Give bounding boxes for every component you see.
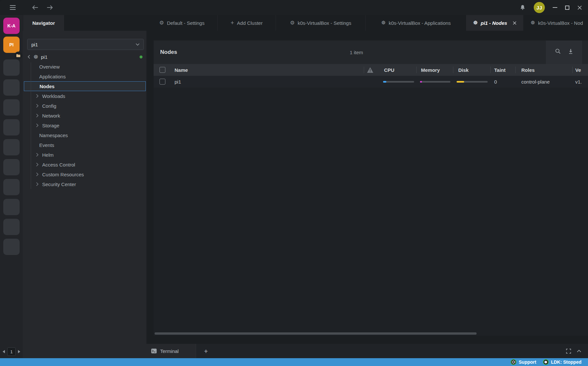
chevron-up-icon[interactable] [577, 349, 581, 353]
tab-k0s-virtualbox-nodes[interactable]: k0s-VirtualBox - Nod [523, 15, 588, 31]
disk-usage-bar [457, 81, 488, 83]
chevron-right-icon [36, 94, 39, 98]
tree-guide-line [31, 62, 31, 189]
cluster-badge-pi[interactable]: PI [3, 37, 20, 53]
sidebar-item-label: Access Control [42, 162, 75, 167]
tree-root-cluster[interactable]: ☸ pi1 [23, 52, 146, 62]
nodes-panel-header: Nodes 1 item [154, 40, 588, 64]
fullscreen-icon[interactable] [566, 348, 571, 354]
tab-navigator[interactable]: Navigator [23, 15, 64, 31]
sidebar-item-security-center[interactable]: Security Center [23, 179, 146, 189]
row-checkbox[interactable] [160, 79, 165, 85]
sidebar-item-access-control[interactable]: Access Control [23, 160, 146, 169]
horizontal-scrollbar[interactable] [155, 332, 477, 335]
navigator-tree: ☸ pi1 Overview Applications Nodes Worklo… [23, 52, 146, 189]
cluster-placeholder [3, 199, 20, 215]
sidebar-item-nodes[interactable]: Nodes [24, 81, 146, 91]
sidebar-item-config[interactable]: Config [23, 101, 146, 111]
column-header-warnings[interactable] [367, 64, 374, 76]
cluster-badge-k-a[interactable]: K-A [3, 18, 20, 34]
close-button[interactable] [577, 5, 582, 10]
sidebar-item-label: Events [39, 142, 54, 148]
tab-k0s-virtualbox-applications[interactable]: k0s-VirtualBox - Applications [365, 15, 466, 31]
chevron-right-icon [36, 123, 39, 127]
cluster-context-select[interactable]: pi1 [27, 39, 144, 50]
sidebar-item-label: Nodes [40, 84, 55, 89]
column-header-memory[interactable]: Memory [421, 64, 440, 76]
sidebar-item-network[interactable]: Network [23, 111, 146, 120]
sidebar-item-helm[interactable]: Helm [23, 150, 146, 160]
new-terminal-plus-icon[interactable]: + [204, 348, 208, 355]
tab-label: k0s-VirtualBox - Applications [389, 20, 451, 26]
sidebar-item-label: Storage [42, 123, 59, 128]
pager-prev-icon[interactable] [3, 350, 5, 353]
tab-k0s-virtualbox-settings[interactable]: k0s-VirtualBox - Settings [276, 15, 365, 31]
maximize-button[interactable] [565, 6, 569, 10]
ldk-status-button[interactable]: ☸ LDK: Stopped [543, 359, 581, 365]
chevron-right-icon [36, 104, 39, 108]
column-header-taint[interactable]: Taint [494, 64, 506, 76]
terminal-tab[interactable]: Terminal [146, 344, 196, 358]
terminal-icon [151, 348, 157, 354]
close-tab-icon[interactable] [513, 21, 516, 25]
chevron-right-icon [36, 153, 39, 157]
folder-badge-icon [14, 52, 22, 59]
download-icon[interactable] [568, 49, 573, 54]
memory-usage-bar [420, 81, 450, 83]
cpu-usage-bar [383, 81, 414, 83]
sidebar-item-workloads[interactable]: Workloads [23, 91, 146, 101]
support-button[interactable]: Support [511, 359, 536, 365]
column-header-roles[interactable]: Roles [521, 64, 535, 76]
plus-icon [231, 20, 234, 26]
sidebar-item-storage[interactable]: Storage [23, 120, 146, 130]
column-header-disk[interactable]: Disk [458, 64, 469, 76]
select-all-checkbox[interactable] [160, 67, 165, 73]
statusbar: Support ☸ LDK: Stopped [0, 358, 588, 366]
cluster-placeholder [3, 119, 20, 135]
back-arrow-icon[interactable] [31, 5, 39, 10]
table-row-pi1[interactable]: pi1 0 control-plane v1. [154, 76, 588, 88]
sidebar-item-overview[interactable]: Overview [23, 62, 146, 72]
sidebar-item-label: Overview [39, 64, 60, 70]
sidebar-item-label: Config [42, 103, 56, 109]
chevron-right-icon [36, 182, 39, 186]
cluster-placeholder [3, 219, 20, 235]
avatar[interactable]: JJ [534, 2, 545, 13]
chevron-right-icon [36, 114, 39, 118]
sidebar-item-custom-resources[interactable]: Custom Resources [23, 169, 146, 179]
search-icon[interactable] [555, 48, 561, 54]
chevron-left-icon[interactable] [27, 55, 30, 59]
tab-pi1-nodes[interactable]: pi1 - Nodes [466, 15, 523, 31]
context-select-value: pi1 [31, 42, 38, 47]
column-header-name[interactable]: Name [175, 64, 188, 76]
navigator-body: pi1 ☸ pi1 Overview Applications Nodes Wo… [23, 31, 146, 358]
minimize-button[interactable] [553, 7, 557, 8]
support-lifebuoy-icon [511, 359, 516, 365]
forward-arrow-icon[interactable] [46, 5, 54, 10]
warning-icon [367, 67, 374, 73]
node-name: pi1 [175, 76, 181, 88]
node-version: v1. [575, 76, 582, 88]
menu-icon[interactable] [9, 4, 16, 11]
column-header-cpu[interactable]: CPU [384, 64, 395, 76]
gear-icon [290, 20, 294, 25]
sidebar-item-applications[interactable]: Applications [23, 72, 146, 81]
item-count: 1 item [350, 40, 363, 64]
chevron-right-icon [36, 163, 39, 167]
sidebar-item-label: Workloads [42, 93, 65, 99]
pager-next-icon[interactable] [18, 350, 20, 353]
sidebar-item-label: Network [42, 113, 60, 119]
sidebar-item-label: Security Center [42, 182, 76, 187]
notifications-bell-icon[interactable] [519, 4, 526, 11]
rail-pager: 1 [0, 347, 23, 356]
kubernetes-wheel-icon [381, 20, 386, 25]
sidebar-item-label: Helm [42, 152, 54, 158]
ldk-status-label: LDK: Stopped [551, 359, 581, 365]
tab-add-cluster[interactable]: Add Cluster [217, 15, 276, 31]
main-area: Default - Settings Add Cluster k0s-Virtu… [146, 15, 588, 358]
tab-default-settings[interactable]: Default - Settings [146, 15, 217, 31]
cluster-status-dot [140, 56, 143, 58]
sidebar-item-events[interactable]: Events [23, 140, 146, 150]
column-header-version[interactable]: Ve [575, 64, 581, 76]
sidebar-item-namespaces[interactable]: Namespaces [23, 130, 146, 140]
